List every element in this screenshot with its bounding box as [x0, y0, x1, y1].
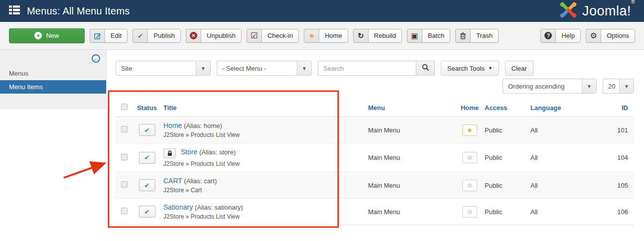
ordering-select[interactable]: Ordering ascending ▼ — [503, 79, 597, 94]
batch-square-icon: ▣ — [407, 29, 422, 42]
status-published-button[interactable]: ✔ — [139, 124, 155, 136]
select-all-checkbox[interactable] — [121, 104, 128, 110]
language-cell: All — [528, 199, 598, 225]
publish-check-icon: ✔ — [133, 29, 148, 42]
row-checkbox[interactable] — [121, 154, 128, 160]
sidebar-item-menu-items[interactable]: Menu Items — [0, 80, 106, 94]
menu-item-alias: (Alias: cart) — [184, 177, 217, 185]
menu-item-type: J2Store » Cart — [163, 187, 364, 194]
menu-cell: Main Menu — [366, 199, 457, 225]
menu-item-title-link[interactable]: Sationary — [163, 203, 193, 211]
column-header-status[interactable]: Status — [132, 100, 161, 117]
search-button[interactable] — [416, 61, 435, 76]
id-cell: 101 — [598, 117, 634, 143]
rebuild-button[interactable]: ↻ Rebuild — [353, 29, 402, 43]
chevron-down-icon: ▼ — [582, 79, 596, 93]
checkin-button[interactable]: ☑ Check-in — [247, 29, 299, 43]
unpublish-circle-x-icon: ✕ — [186, 29, 201, 42]
options-button[interactable]: ⚙ Options — [586, 29, 635, 43]
menu-item-title-link[interactable]: Store — [181, 148, 197, 156]
plus-icon: + — [34, 32, 42, 39]
status-published-button[interactable]: ✔ — [139, 206, 155, 218]
menu-item-alias: (Alias: store) — [199, 148, 236, 156]
home-button[interactable]: ★ Home — [304, 29, 348, 43]
table-row: ✔ Sationary (Alias: sationary) J2Store »… — [116, 199, 634, 225]
rebuild-refresh-icon: ↻ — [354, 29, 369, 42]
menu-item-type: J2Store » Products List View — [163, 213, 364, 220]
trash-icon — [456, 29, 471, 42]
home-toggle-button[interactable]: ☆ — [462, 180, 477, 191]
search-tools-button[interactable]: Search Tools ▼ — [441, 61, 499, 76]
sort-bar: Ordering ascending ▼ 20 ▼ — [116, 79, 634, 94]
menu-item-alias: (Alias: home) — [184, 122, 222, 129]
chevron-down-icon: ▼ — [488, 66, 493, 71]
new-button[interactable]: + New — [9, 28, 85, 43]
home-toggle-button[interactable]: ★ — [462, 124, 477, 136]
trash-button[interactable]: Trash — [455, 29, 499, 43]
home-star-icon: ★ — [304, 29, 319, 42]
chevron-down-icon: ▼ — [297, 61, 311, 75]
menu-select[interactable]: - Select Menu - ▼ — [217, 61, 312, 76]
row-checkbox[interactable] — [121, 126, 128, 132]
publish-button[interactable]: ✔ Publish — [132, 29, 181, 43]
menu-list-icon — [9, 5, 20, 17]
column-header-id[interactable]: ID — [598, 100, 634, 117]
main-content: Site ▼ - Select Menu - ▼ Search Tools ▼ … — [107, 50, 644, 241]
column-header-title[interactable]: Title — [161, 100, 366, 117]
menu-item-alias: (Alias: sationary) — [195, 204, 243, 211]
edit-button[interactable]: Edit — [90, 29, 128, 43]
sidebar-item-menus[interactable]: Menus — [0, 67, 106, 80]
access-cell: Public — [483, 199, 528, 225]
language-cell: All — [528, 172, 598, 199]
menu-item-type: J2Store » Products List View — [163, 160, 364, 167]
row-checkbox[interactable] — [121, 181, 128, 188]
menu-cell: Main Menu — [366, 143, 457, 172]
help-question-icon: ? — [541, 29, 556, 42]
page-title: Menus: All Menu Items — [27, 5, 130, 17]
sidebar-collapse-icon[interactable]: ← — [92, 54, 100, 63]
chevron-down-icon: ▼ — [196, 61, 210, 75]
annotation-arrow — [64, 164, 103, 178]
id-cell: 106 — [598, 199, 634, 225]
access-cell: Public — [483, 143, 528, 172]
search-input[interactable] — [318, 61, 416, 76]
site-select[interactable]: Site ▼ — [116, 61, 211, 76]
limit-select[interactable]: 20 ▼ — [603, 79, 634, 94]
column-header-access[interactable]: Access — [483, 100, 528, 117]
table-header-row: Status Title Menu Home Access Language I… — [116, 100, 634, 117]
status-published-button[interactable]: ✔ — [139, 179, 155, 191]
sidebar: ← Menus Menu Items — [0, 50, 107, 109]
menu-cell: Main Menu — [366, 172, 457, 199]
home-toggle-button[interactable]: ☆ — [462, 206, 477, 218]
column-header-language[interactable]: Language — [528, 100, 598, 117]
batch-button[interactable]: ▣ Batch — [407, 29, 450, 43]
joomla-logo: Joomla!® — [558, 0, 635, 21]
id-cell: 105 — [598, 172, 634, 199]
menu-cell: Main Menu — [366, 117, 457, 143]
help-button[interactable]: ? Help — [540, 29, 581, 43]
column-header-home[interactable]: Home — [457, 100, 483, 117]
access-cell: Public — [483, 117, 528, 143]
row-checkbox[interactable] — [121, 208, 128, 214]
language-cell: All — [528, 117, 598, 143]
column-header-menu[interactable]: Menu — [366, 100, 457, 117]
joomla-logo-icon — [558, 0, 578, 21]
menu-item-title-link[interactable]: CART — [163, 177, 182, 185]
edit-pencil-icon — [90, 29, 105, 42]
filter-bar: Site ▼ - Select Menu - ▼ Search Tools ▼ … — [116, 61, 634, 76]
home-toggle-button[interactable]: ☆ — [462, 152, 477, 163]
chevron-down-icon: ▼ — [619, 79, 634, 93]
table-row: ✔ Home (Alias: home) J2Store » Products … — [116, 117, 634, 143]
joomla-logo-text: Joomla!® — [582, 3, 635, 19]
language-cell: All — [528, 143, 598, 172]
id-cell: 104 — [598, 143, 634, 172]
toolbar: + New Edit ✔ Publish ✕ Unpublish ☑ Check… — [0, 22, 644, 50]
access-cell: Public — [483, 172, 528, 199]
status-published-button[interactable]: ✔ — [139, 152, 155, 164]
gear-icon: ⚙ — [586, 29, 601, 42]
menu-item-title-link[interactable]: Home — [163, 121, 182, 129]
unpublish-button[interactable]: ✕ Unpublish — [186, 29, 242, 43]
lock-icon — [163, 148, 176, 158]
clear-button[interactable]: Clear — [505, 61, 533, 76]
menu-item-type: J2Store » Products List View — [163, 131, 364, 138]
